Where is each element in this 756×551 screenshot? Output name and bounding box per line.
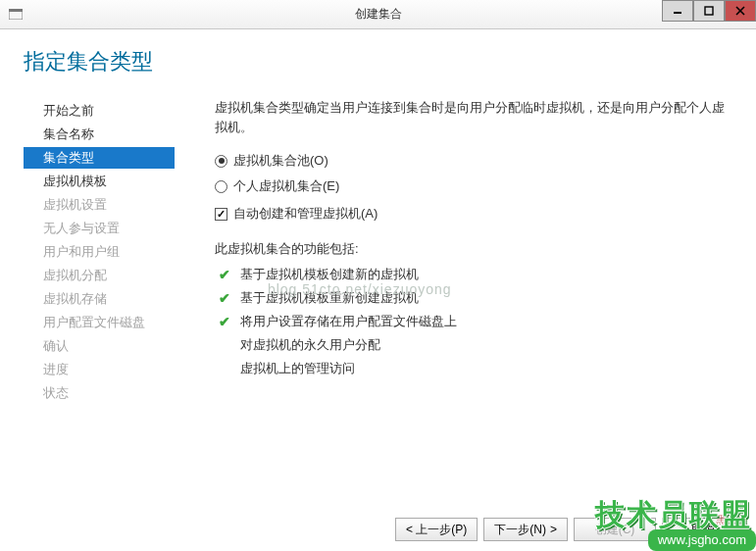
- sidebar-step-status: 状态: [27, 382, 191, 404]
- feature-row: ✔ 基于虚拟机模板创建新的虚拟机: [215, 266, 729, 283]
- sidebar-step-name[interactable]: 集合名称: [27, 124, 191, 145]
- create-button: 创建(C): [574, 518, 656, 541]
- radio-pool[interactable]: [215, 155, 227, 168]
- check-icon: ✔: [217, 290, 232, 306]
- collection-type-description: 虚拟机集合类型确定当用户连接到集合时是向用户分配临时虚拟机，还是向用户分配个人虚…: [215, 98, 729, 136]
- feature-row: ✔ 基于虚拟机模板重新创建虚拟机: [215, 289, 729, 307]
- feature-row: ✔ 将用户设置存储在用户配置文件磁盘上: [215, 313, 729, 330]
- radio-personal-row[interactable]: 个人虚拟机集合(E): [215, 177, 729, 195]
- sidebar-step-vm-settings: 虚拟机设置: [27, 194, 191, 216]
- radio-pool-label: 虚拟机集合池(O): [233, 152, 328, 170]
- check-icon: ✔: [217, 267, 232, 282]
- svg-rect-1: [9, 9, 23, 12]
- window-title: 创建集合: [0, 6, 756, 23]
- sidebar-step-unattend: 无人参与设置: [27, 218, 191, 239]
- window-minimize-button[interactable]: [662, 0, 693, 22]
- feature-text: 对虚拟机的永久用户分配: [240, 336, 380, 354]
- feature-text: 基于虚拟机模板重新创建虚拟机: [240, 289, 419, 307]
- svg-rect-3: [705, 7, 713, 15]
- checkbox-auto-label: 自动创建和管理虚拟机(A): [233, 205, 378, 223]
- window-maximize-button[interactable]: [693, 0, 725, 22]
- sidebar-step-progress: 进度: [27, 359, 191, 380]
- sidebar-step-template[interactable]: 虚拟机模板: [27, 171, 191, 192]
- features-header: 此虚拟机集合的功能包括:: [215, 240, 729, 258]
- wizard-sidebar: 开始之前 集合名称 集合类型 虚拟机模板 虚拟机设置 无人参与设置 用户和用户组…: [0, 94, 191, 406]
- sidebar-step-users: 用户和用户组: [27, 241, 191, 263]
- next-button[interactable]: 下一步(N) >: [483, 518, 568, 541]
- window-close-button[interactable]: [725, 0, 756, 22]
- sidebar-step-before[interactable]: 开始之前: [27, 100, 191, 122]
- checkbox-auto-row[interactable]: 自动创建和管理虚拟机(A): [215, 205, 729, 223]
- next-button-label: 下一步(N): [494, 522, 546, 538]
- feature-row: ✔ 虚拟机上的管理访问: [215, 360, 729, 377]
- sidebar-step-profile-disk: 用户配置文件磁盘: [27, 312, 191, 333]
- check-icon: ✔: [217, 314, 232, 329]
- wizard-main-panel: 虚拟机集合类型确定当用户连接到集合时是向用户分配临时虚拟机，还是向用户分配个人虚…: [191, 94, 756, 406]
- radio-pool-row[interactable]: 虚拟机集合池(O): [215, 152, 729, 170]
- chevron-right-icon: >: [550, 523, 557, 536]
- sidebar-step-type[interactable]: 集合类型: [24, 147, 175, 169]
- wizard-footer: < 上一步(P) 下一步(N) > 创建(C) 取消: [395, 518, 744, 541]
- page-title: 指定集合类型: [24, 47, 756, 76]
- sidebar-step-confirm: 确认: [27, 335, 191, 357]
- feature-text: 基于虚拟机模板创建新的虚拟机: [240, 266, 419, 283]
- prev-button[interactable]: < 上一步(P): [395, 518, 478, 541]
- window-titlebar: 创建集合: [0, 0, 756, 29]
- radio-personal-label: 个人虚拟机集合(E): [233, 177, 339, 195]
- window-sysmenu-icon[interactable]: [8, 7, 24, 23]
- radio-personal[interactable]: [215, 180, 227, 193]
- feature-text: 虚拟机上的管理访问: [240, 360, 355, 377]
- cancel-button[interactable]: 取消: [662, 518, 744, 541]
- sidebar-step-vm-assign: 虚拟机分配: [27, 265, 191, 286]
- feature-text: 将用户设置存储在用户配置文件磁盘上: [240, 313, 457, 330]
- sidebar-step-vm-storage: 虚拟机存储: [27, 288, 191, 310]
- feature-row: ✔ 对虚拟机的永久用户分配: [215, 336, 729, 354]
- checkbox-auto[interactable]: [215, 208, 227, 221]
